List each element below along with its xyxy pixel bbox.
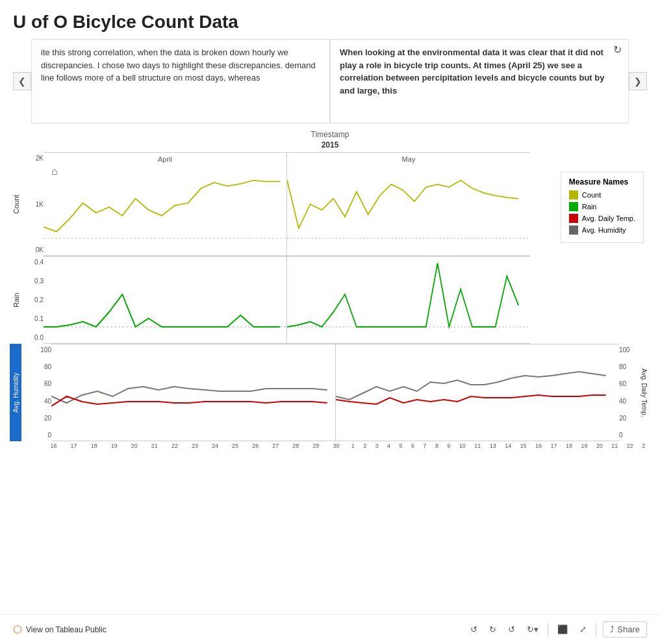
x-tick: 19 (581, 443, 587, 449)
tableau-link[interactable]: View on Tableau Public (26, 625, 107, 634)
hum-tick-80: 80 (31, 363, 51, 370)
x-tick: 19 (111, 443, 118, 449)
share-icon: ⤴ (610, 625, 615, 634)
temp-tick-40: 40 (619, 398, 637, 405)
carousel: ❮ ite this strong correlation, when the … (13, 39, 647, 123)
count-chart-row: Count 2K 1K 0K April ⌂ May (10, 152, 650, 256)
x-tick: 14 (505, 443, 511, 449)
count-tick-1k: 1K (23, 201, 44, 208)
x-tick: 9 (447, 443, 450, 449)
x-tick: 10 (459, 443, 466, 449)
x-tick: 18 (566, 443, 572, 449)
timestamp-label: Timestamp (10, 130, 650, 139)
undo-button[interactable]: ↺ (468, 623, 480, 636)
hum-tick-40: 40 (31, 398, 51, 405)
humidity-sidebar-label: Avg. Humidity (10, 344, 21, 441)
timestamp-year: 2015 (10, 140, 650, 149)
x-tick: 13 (490, 443, 496, 449)
x-tick: 17 (71, 443, 77, 449)
x-tick: 24 (212, 443, 218, 449)
x-tick: 8 (435, 443, 438, 449)
carousel-prev-button[interactable]: ❮ (13, 72, 31, 90)
legend-label-temp: Avg. Daily Temp. (582, 214, 635, 222)
rain-chart-may (287, 256, 530, 344)
share-button[interactable]: ⤴ Share (603, 621, 647, 638)
toolbar-right: ↺ ↻ ↺ ↻▾ ⬛ ⤢ ⤴ Share (468, 621, 647, 638)
rain-april-svg (44, 257, 286, 335)
rain-y-label: Rain (10, 256, 23, 344)
x-tick: 26 (252, 443, 259, 449)
x-tick: 15 (520, 443, 527, 449)
hum-tick-0: 0 (31, 431, 51, 439)
legend-label-humidity: Avg. Humidity (582, 226, 626, 234)
legend-item-humidity: Avg. Humidity (569, 225, 635, 235)
x-axis-april: 16 17 18 19 20 21 22 23 24 25 26 27 28 2… (44, 441, 347, 449)
toolbar-divider (548, 623, 548, 636)
bottom-toolbar: ⬡ View on Tableau Public ↺ ↻ ↺ ↻▾ ⬛ ⤢ ⤴ … (0, 614, 660, 644)
redo-button[interactable]: ↻ (487, 623, 499, 636)
humidity-y-axis: 100 80 60 40 20 0 (31, 344, 51, 441)
x-tick: 3 (375, 443, 379, 449)
x-tick: 21 (611, 443, 618, 449)
carousel-slides: ite this strong correlation, when the da… (31, 39, 629, 123)
count-may-svg (287, 164, 530, 247)
carousel-slide-2-text: When looking at the environmental data i… (340, 47, 604, 96)
temp-y-label-right: Avg. Daily Temp. (637, 344, 650, 441)
view-button[interactable]: ⬛ (555, 623, 570, 636)
rain-tick-00: 0.0 (23, 334, 44, 341)
count-tick-2k: 2K (23, 155, 44, 162)
carousel-slide-2: ↻ When looking at the environmental data… (330, 39, 629, 123)
home-icon[interactable]: ⌂ (51, 166, 58, 177)
legend-item-rain: Rain (569, 202, 635, 211)
count-y-label: Count (10, 152, 23, 256)
undo2-button[interactable]: ↺ (505, 623, 518, 636)
count-tick-0k: 0K (23, 246, 44, 253)
toolbar-left: ⬡ View on Tableau Public (13, 623, 107, 636)
rain-tick-01: 0.1 (23, 315, 44, 322)
humidity-y-label (21, 344, 31, 441)
temp-humidity-may-svg (336, 344, 620, 435)
toolbar-divider2 (596, 623, 596, 636)
chart-area: Timestamp 2015 Measure Names Count Rain … (10, 130, 650, 449)
legend-color-temp (569, 214, 578, 223)
x-axis-may: 1 2 3 4 5 6 7 8 9 10 11 13 14 15 16 17 1… (347, 441, 650, 449)
x-tick: 22 (171, 443, 178, 449)
temp-tick-60: 60 (619, 380, 637, 387)
x-tick: 29 (312, 443, 319, 449)
share-label: Share (617, 625, 640, 634)
fullscreen-button[interactable]: ⤢ (577, 623, 589, 636)
hum-tick-100: 100 (31, 346, 51, 354)
rain-tick-03: 0.3 (23, 277, 44, 285)
hum-tick-60: 60 (31, 380, 51, 387)
carousel-slide-1-text: ite this strong correlation, when the da… (41, 47, 316, 83)
count-chart-april: April ⌂ (44, 152, 287, 256)
legend-title: Measure Names (569, 177, 635, 187)
x-tick: 22 (627, 443, 633, 449)
x-tick: 2 (642, 443, 645, 449)
x-tick: 16 (535, 443, 542, 449)
x-tick: 27 (272, 443, 279, 449)
temp-tick-20: 20 (619, 415, 637, 422)
temp-humidity-april-svg (51, 344, 335, 435)
redo2-button[interactable]: ↻▾ (524, 623, 541, 636)
x-tick: 6 (411, 443, 414, 449)
temp-humidity-april (51, 344, 336, 441)
may-label: May (287, 155, 530, 163)
x-tick: 7 (423, 443, 426, 449)
x-tick: 1 (351, 443, 355, 449)
rain-chart-row: Rain 0.4 0.3 0.2 0.1 0.0 (10, 256, 650, 344)
x-tick: 11 (474, 443, 481, 449)
rain-may-svg (287, 257, 530, 335)
temp-humidity-row: Avg. Humidity 100 80 60 40 20 0 (10, 344, 650, 441)
x-tick: 17 (551, 443, 557, 449)
refresh-icon[interactable]: ↻ (613, 42, 622, 58)
carousel-slide-1: ite this strong correlation, when the da… (31, 39, 330, 123)
rain-tick-04: 0.4 (23, 259, 44, 266)
carousel-next-button[interactable]: ❯ (629, 72, 647, 90)
temp-tick-100: 100 (619, 346, 637, 354)
x-tick: 2 (363, 443, 366, 449)
x-tick: 4 (387, 443, 390, 449)
x-tick: 5 (400, 443, 403, 449)
hum-tick-20: 20 (31, 415, 51, 422)
count-chart-may: May (287, 152, 530, 256)
